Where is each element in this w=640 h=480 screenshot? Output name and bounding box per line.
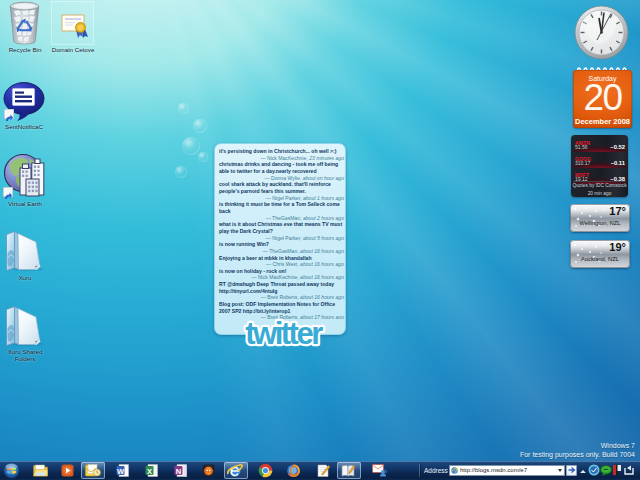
svg-text:twitter: twitter [245, 316, 323, 351]
svg-text:W: W [117, 467, 125, 476]
svg-text:N: N [176, 467, 181, 476]
svg-text:X: X [147, 467, 152, 476]
